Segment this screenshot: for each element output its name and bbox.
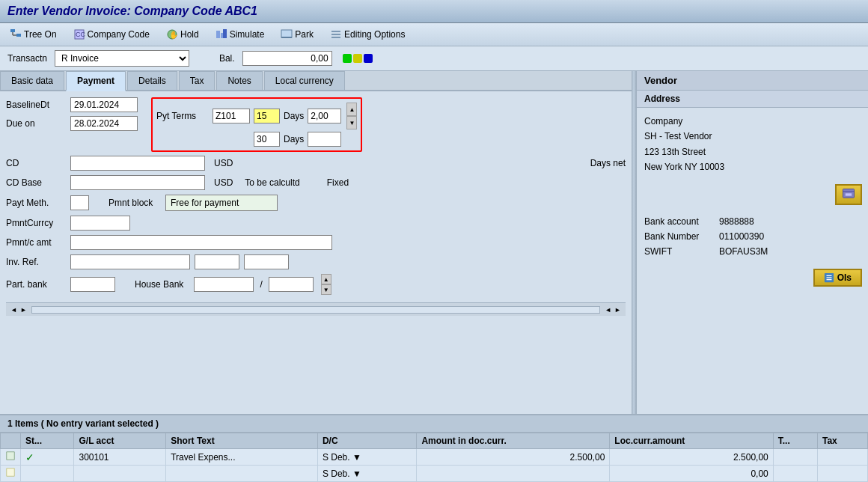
transaction-row: Transactn R Invoice Bal.: [0, 46, 868, 71]
simulate-button[interactable]: Simulate: [212, 26, 269, 43]
pmnt-currcy-label: PmntCurrcy: [6, 218, 66, 228]
row1-tax[interactable]: [817, 449, 867, 466]
baseline-dt-input[interactable]: [70, 97, 138, 112]
items-header: 1 Items ( No entry variant selected ): [0, 415, 868, 433]
pyt-terms-pct1-input[interactable]: [308, 109, 341, 123]
row2-icon-cell: [1, 466, 21, 482]
row1-dc[interactable]: S Deb. ▼: [317, 449, 417, 466]
inv-ref-input3[interactable]: [244, 254, 289, 269]
editing-options-button[interactable]: Editing Options: [326, 26, 409, 43]
tab-tax[interactable]: Tax: [179, 71, 216, 90]
pmnt-block-label: Pmnt block: [109, 198, 161, 208]
scroll-up-arrow[interactable]: ▲: [346, 103, 357, 116]
pyt-terms-days2-input[interactable]: [254, 132, 280, 147]
inv-ref-input1[interactable]: [70, 254, 190, 269]
col-icon: [1, 433, 21, 449]
col-gl-acct: G/L acct: [74, 433, 166, 449]
table-row[interactable]: S Deb. ▼ 0,00: [1, 466, 868, 482]
dc-dropdown-icon[interactable]: ▼: [352, 452, 361, 463]
table-row[interactable]: ✓ 300101 Travel Expens... S Deb. ▼ 2.500…: [1, 449, 868, 466]
pmnt-block-input[interactable]: [165, 195, 278, 211]
col-tax: Tax: [817, 433, 867, 449]
row2-gl-acct[interactable]: [74, 466, 166, 482]
tab-notes[interactable]: Notes: [216, 71, 262, 90]
company-code-button[interactable]: CC Company Code: [70, 26, 153, 43]
hscroll-left-arrow[interactable]: ◄: [9, 306, 19, 314]
hscroll-right-arrow3[interactable]: ►: [613, 306, 623, 314]
row2-tax[interactable]: [817, 466, 867, 482]
table-header-row: St... G/L acct Short Text D/C Amount in …: [1, 433, 868, 449]
row2-status: [21, 466, 74, 482]
company-code-icon: CC: [73, 28, 85, 40]
row1-loc-amount[interactable]: 2.500,00: [610, 449, 773, 466]
col-loc-amount: Loc.curr.amount: [610, 433, 773, 449]
swift-row: SWIFT BOFAUS3M: [644, 244, 861, 259]
tab-basic-data[interactable]: Basic data: [0, 71, 64, 90]
col-st: St...: [21, 433, 74, 449]
transaction-select[interactable]: R Invoice: [55, 50, 189, 67]
pyt-terms-code-input[interactable]: [213, 109, 250, 123]
pmnt-c-amt-input[interactable]: [70, 235, 332, 250]
payment-form: BaselineDt Due on Pyt Terms: [0, 91, 632, 414]
vscroll-down-arrow[interactable]: ▼: [321, 284, 331, 295]
row1-amount[interactable]: 2.500,00: [417, 449, 610, 466]
part-bank-input[interactable]: [70, 277, 115, 292]
bal-input[interactable]: [242, 51, 332, 66]
fixed-label: Fixed: [327, 177, 349, 188]
tab-local-currency[interactable]: Local currency: [264, 71, 345, 90]
row1-short-text[interactable]: Travel Expens...: [166, 449, 318, 466]
row1-gl-acct[interactable]: 300101: [74, 449, 166, 466]
tree-on-button[interactable]: Tree On: [6, 26, 61, 43]
col-amount: Amount in doc.curr.: [417, 433, 610, 449]
row2-loc-amount[interactable]: 0,00: [610, 466, 773, 482]
pmnt-currcy-input[interactable]: [70, 216, 130, 231]
days1-label: Days: [284, 111, 304, 121]
simulate-icon: [216, 28, 227, 40]
pmnt-c-amt-label: Pmnt/c amt: [6, 237, 66, 248]
svg-rect-10: [223, 29, 227, 38]
due-on-input[interactable]: [70, 116, 138, 131]
svg-rect-8: [216, 31, 220, 38]
row2-t[interactable]: [773, 466, 817, 482]
scroll-down-arrow[interactable]: ▼: [346, 116, 357, 129]
dc2-dropdown-icon[interactable]: ▼: [352, 469, 361, 479]
vendor-header: Vendor: [637, 71, 868, 91]
hscroll-right-arrow[interactable]: ►: [19, 306, 28, 314]
vscroll-up-arrow[interactable]: ▲: [321, 274, 331, 284]
address-header: Address: [637, 91, 868, 108]
inv-ref-input2[interactable]: [195, 254, 239, 269]
svg-text:✋: ✋: [169, 30, 178, 40]
cd-input[interactable]: [70, 156, 205, 171]
pyt-terms-pct2-input[interactable]: [308, 132, 341, 147]
vendor-info: Company SH - Test Vendor 123 13th Street…: [637, 108, 868, 181]
hscroll-right-arrow2[interactable]: ◄: [603, 306, 613, 314]
swift-value: BOFAUS3M: [719, 244, 768, 259]
bank-account-row: Bank account 9888888: [644, 214, 861, 229]
days-net-label: Days net: [590, 158, 626, 168]
left-panel: Basic data Payment Details Tax Notes Loc…: [0, 71, 632, 414]
light-blue: [364, 54, 373, 63]
row2-short-text[interactable]: [166, 466, 318, 482]
row2-amount[interactable]: [417, 466, 610, 482]
tab-payment[interactable]: Payment: [66, 71, 126, 91]
house-bank-input2[interactable]: [269, 277, 314, 292]
ois-label: OIs: [837, 272, 852, 283]
cd-base-input[interactable]: [70, 175, 205, 190]
park-button[interactable]: Park: [277, 26, 317, 43]
vendor-icon-button[interactable]: [835, 184, 862, 205]
due-on-label: Due on: [6, 118, 66, 129]
row2-dc[interactable]: S Deb. ▼: [317, 466, 417, 482]
hscroll-bar[interactable]: [31, 306, 600, 314]
row1-t[interactable]: [773, 449, 817, 466]
house-bank-input1[interactable]: [194, 277, 254, 292]
status-lights: [343, 54, 373, 63]
ois-button[interactable]: OIs: [813, 269, 862, 287]
simulate-label: Simulate: [230, 29, 265, 40]
payt-meth-input[interactable]: [70, 195, 89, 210]
tab-details[interactable]: Details: [127, 71, 177, 90]
cd-base-label: CD Base: [6, 177, 66, 188]
bank-number-label: Bank Number: [644, 229, 712, 244]
pyt-terms-days1-input[interactable]: [254, 109, 280, 123]
hold-button[interactable]: ✋ Hold: [162, 26, 203, 43]
vendor-panel: Vendor Address Company SH - Test Vendor …: [636, 71, 868, 414]
